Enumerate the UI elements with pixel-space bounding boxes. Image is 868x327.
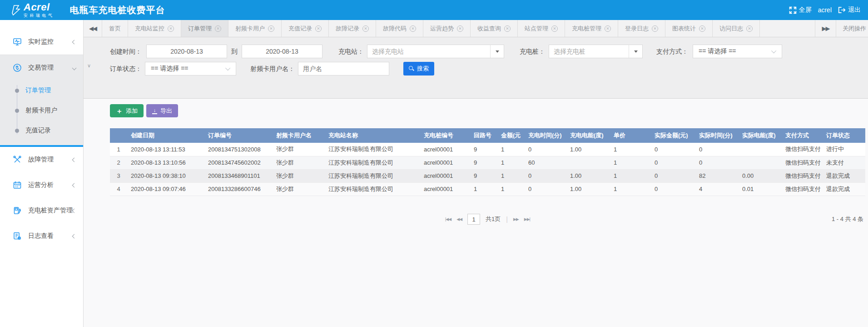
sidebar-subitem[interactable]: 射频卡用户 xyxy=(0,101,83,121)
tab-close-icon[interactable]: ✕ xyxy=(168,25,174,32)
tab-close-icon[interactable]: ✕ xyxy=(746,25,753,32)
sidebar-subitem[interactable]: 充值记录 xyxy=(0,121,83,141)
tab-close-icon[interactable]: ✕ xyxy=(362,25,369,32)
table-cell: 江苏安科瑞制造有限公司 xyxy=(325,169,420,182)
chevron-left-icon xyxy=(72,234,77,238)
tab-图表统计[interactable]: 图表统计✕ xyxy=(665,20,713,37)
tab-close-icon[interactable]: ✕ xyxy=(215,25,221,32)
bullet-icon xyxy=(15,89,19,93)
column-header[interactable] xyxy=(110,128,127,143)
sidebar-item-4[interactable]: 充电桩资产管理 xyxy=(0,198,83,223)
tabs-scroll-right-icon[interactable]: ▶▶ xyxy=(815,20,836,37)
fullscreen-button[interactable]: 全屏 xyxy=(789,6,812,14)
tab-label: 登录日志 xyxy=(625,25,649,33)
tab-close-icon[interactable]: ✕ xyxy=(551,25,558,32)
station-dropdown-icon[interactable] xyxy=(490,45,504,58)
tab-close-icon[interactable]: ✕ xyxy=(652,25,658,32)
table-cell: 1 xyxy=(470,182,497,196)
filter-collapse-icon[interactable]: ∨ xyxy=(87,63,91,69)
column-header[interactable]: 支付方式 xyxy=(782,128,823,143)
app-header: Acrel 安科瑞电气 电瓶车充电桩收费平台 全屏 acrel 退出 xyxy=(0,0,868,20)
column-header[interactable]: 实际时间(分) xyxy=(695,128,739,143)
search-button[interactable]: 搜索 xyxy=(403,62,434,75)
chevron-left-icon xyxy=(72,208,77,213)
tab-close-icon[interactable]: ✕ xyxy=(410,25,416,32)
pile-dropdown-icon[interactable] xyxy=(629,45,642,58)
column-header[interactable]: 订单编号 xyxy=(204,128,273,143)
first-page-icon[interactable]: |◀◀ xyxy=(445,217,451,221)
tab-充电桩管理[interactable]: 充电桩管理✕ xyxy=(565,20,618,37)
next-page-icon[interactable]: ▶▶ xyxy=(513,217,519,221)
rfid-user-input[interactable] xyxy=(298,62,389,75)
table-row[interactable]: 22020-08-13 13:10:562008134745602002张少群江… xyxy=(110,156,865,169)
sidebar-item-0[interactable]: 实时监控 xyxy=(0,29,83,55)
table-cell: 江苏安科瑞制造有限公司 xyxy=(325,156,420,169)
sidebar-item-label: 实时监控 xyxy=(28,38,73,46)
current-user[interactable]: acrel xyxy=(818,6,832,14)
tab-close-icon[interactable]: ✕ xyxy=(605,25,611,32)
tab-射频卡用户[interactable]: 射频卡用户✕ xyxy=(228,20,282,37)
tab-close-icon[interactable]: ✕ xyxy=(315,25,322,32)
sidebar-subitem[interactable]: 订单管理 xyxy=(0,80,83,101)
column-header[interactable]: 实际电能(度) xyxy=(739,128,782,143)
date-to-input[interactable] xyxy=(242,45,322,58)
tab-收益查询[interactable]: 收益查询✕ xyxy=(471,20,518,37)
column-header[interactable]: 充电时间(分) xyxy=(525,128,566,143)
tab-故障记录[interactable]: 故障记录✕ xyxy=(329,20,376,37)
pay-method-select[interactable]: == 请选择 == xyxy=(693,45,782,58)
column-header[interactable]: 充电站名称 xyxy=(325,128,420,143)
tab-充电站监控[interactable]: 充电站监控✕ xyxy=(128,20,181,37)
tab-充值记录[interactable]: 充值记录✕ xyxy=(282,20,329,37)
table-row[interactable]: 12020-08-13 13:11:532008134751302008张少群江… xyxy=(110,143,865,156)
chevron-down-icon xyxy=(771,48,776,53)
tab-订单管理[interactable]: 订单管理✕ xyxy=(181,20,228,37)
last-page-icon[interactable]: ▶▶| xyxy=(524,217,530,221)
table-cell: 2008134751302008 xyxy=(204,143,273,156)
table-cell: 60 xyxy=(525,156,566,169)
table-cell: 江苏安科瑞制造有限公司 xyxy=(325,182,420,196)
column-header[interactable]: 金额(元 xyxy=(497,128,525,143)
tab-故障代码[interactable]: 故障代码✕ xyxy=(376,20,423,37)
tab-label: 故障记录 xyxy=(336,25,359,33)
tab-close-icon[interactable]: ✕ xyxy=(699,25,705,32)
table-row[interactable]: 32020-08-13 09:38:102008133468901101张少群江… xyxy=(110,169,865,182)
column-header[interactable]: 单价 xyxy=(610,128,651,143)
sidebar-item-5[interactable]: 日志查看 xyxy=(0,223,83,249)
tab-close-icon[interactable]: ✕ xyxy=(268,25,274,32)
tab-运营趋势[interactable]: 运营趋势✕ xyxy=(423,20,471,37)
page-number-input[interactable] xyxy=(467,214,480,225)
order-status-select[interactable]: == 请选择 == xyxy=(145,62,236,75)
column-header[interactable]: 充电电能(度) xyxy=(566,128,610,143)
column-header[interactable]: 射频卡用户名 xyxy=(273,128,325,143)
log-icon xyxy=(13,231,22,241)
export-button[interactable]: ↓ 导出 xyxy=(146,104,178,117)
column-header[interactable]: 创建日期 xyxy=(127,128,204,143)
sidebar-item-3[interactable]: 运营分析 xyxy=(0,172,83,198)
column-header[interactable]: 充电桩编号 xyxy=(420,128,470,143)
tab-close-operations-menu[interactable]: 关闭操作 xyxy=(836,20,868,37)
tab-close-icon[interactable]: ✕ xyxy=(457,25,463,32)
table-cell: 0.00 xyxy=(739,169,782,182)
tabs-scroll-left-icon[interactable]: ◀◀ xyxy=(84,20,102,37)
tab-首页[interactable]: 首页 xyxy=(102,20,128,37)
sidebar-item-2[interactable]: 故障管理 xyxy=(0,147,83,172)
column-header[interactable]: 订单状态 xyxy=(823,128,865,143)
table-cell: 1 xyxy=(610,169,651,182)
column-header[interactable]: 实际金额(元) xyxy=(651,128,695,143)
column-header[interactable]: 回路号 xyxy=(470,128,497,143)
sidebar-item-1[interactable]: 交易管理 xyxy=(0,55,83,80)
tab-站点管理[interactable]: 站点管理✕ xyxy=(518,20,565,37)
tab-close-icon[interactable]: ✕ xyxy=(504,25,511,32)
pile-combobox[interactable]: 选择充电桩 xyxy=(549,45,643,58)
add-button[interactable]: ＋ 添加 xyxy=(110,104,144,117)
tab-访问日志[interactable]: 访问日志✕ xyxy=(713,20,760,37)
tab-label: 收益查询 xyxy=(477,25,501,33)
date-from-input[interactable] xyxy=(146,45,227,58)
logout-button[interactable]: 退出 xyxy=(838,6,861,14)
prev-page-icon[interactable]: ◀◀ xyxy=(456,217,462,221)
tab-登录日志[interactable]: 登录日志✕ xyxy=(618,20,665,37)
table-cell: 0 xyxy=(525,182,566,196)
table-row[interactable]: 42020-08-13 09:07:462008133286600746张少群江… xyxy=(110,182,865,196)
station-combobox[interactable]: 选择充电站 xyxy=(367,45,504,58)
table-cell: 1.00 xyxy=(566,143,610,156)
